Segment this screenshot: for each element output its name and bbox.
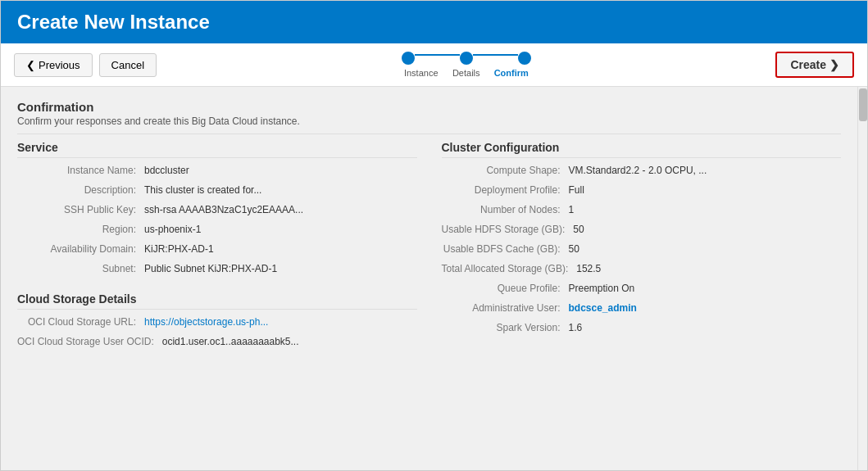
field-availability-domain: Availability Domain: KiJR:PHX-AD-1 (17, 242, 417, 256)
wizard-steps: Instance Details Confirm (398, 52, 534, 78)
confirmation-section: Confirmation Confirm your responses and … (17, 100, 841, 127)
field-ssh-key: SSH Public Key: ssh-rsa AAAAB3NzaC1yc2EA… (17, 202, 417, 217)
confirmation-title: Confirmation (17, 100, 841, 114)
step-dot-confirm (518, 52, 531, 65)
steps-labels: Instance Details Confirm (398, 68, 534, 78)
page-title: Create New Instance (17, 11, 210, 33)
field-instance-name: Instance Name: bdccluster (17, 163, 417, 178)
divider-1 (17, 134, 841, 134)
step-instance (402, 52, 415, 65)
field-hdfs-storage: Usable HDFS Storage (GB): 50 (442, 222, 842, 237)
field-deployment-profile: Deployment Profile: Full (442, 183, 842, 197)
step-label-confirm: Confirm (489, 68, 534, 78)
two-col-layout: Service Instance Name: bdccluster Descri… (17, 141, 841, 354)
step-dot-instance (402, 52, 415, 65)
field-spark-version: Spark Version: 1.6 (442, 320, 842, 335)
cluster-config-title: Cluster Configuration (442, 141, 842, 158)
toolbar-left: ❮ Previous Cancel (14, 53, 157, 77)
previous-button[interactable]: ❮ Previous (14, 53, 93, 77)
create-button[interactable]: Create ❯ (775, 52, 854, 78)
steps-row (402, 52, 531, 65)
page-header: Create New Instance (1, 1, 867, 43)
content-inner: Confirmation Confirm your responses and … (1, 87, 857, 470)
field-oci-url: OCI Cloud Storage URL: https://objectsto… (17, 315, 417, 329)
cloud-storage-section: Cloud Storage Details OCI Cloud Storage … (17, 292, 417, 349)
step-label-details: Details (443, 68, 489, 78)
cancel-button[interactable]: Cancel (99, 53, 157, 77)
step-label-instance: Instance (398, 68, 443, 78)
toolbar-right: Create ❯ (775, 52, 854, 78)
scrollbar-thumb[interactable] (859, 88, 867, 121)
content-area: Confirmation Confirm your responses and … (1, 87, 867, 470)
cloud-storage-title: Cloud Storage Details (17, 292, 417, 310)
step-dot-details (460, 52, 473, 65)
chevron-left-icon: ❮ (26, 59, 35, 71)
confirmation-subtitle: Confirm your responses and create this B… (17, 115, 841, 127)
toolbar: ❮ Previous Cancel (1, 43, 867, 87)
field-region: Region: us-phoenix-1 (17, 222, 417, 237)
step-line-1 (415, 54, 460, 56)
field-compute-shape: Compute Shape: VM.Standard2.2 - 2.0 OCPU… (442, 163, 842, 178)
field-total-storage: Total Allocated Storage (GB): 152.5 (442, 261, 842, 276)
left-column: Service Instance Name: bdccluster Descri… (17, 141, 417, 354)
scrollbar-track[interactable] (857, 87, 867, 470)
field-bdfs-cache: Usable BDFS Cache (GB): 50 (442, 242, 842, 256)
field-num-nodes: Number of Nodes: 1 (442, 202, 842, 217)
step-line-2 (473, 54, 518, 56)
service-section-title: Service (17, 141, 417, 158)
field-subnet: Subnet: Public Subnet KiJR:PHX-AD-1 (17, 261, 417, 276)
field-admin-user: Administrative User: bdcsce_admin (442, 301, 842, 315)
step-details (460, 52, 473, 65)
right-column: Cluster Configuration Compute Shape: VM.… (442, 141, 842, 354)
step-confirm (518, 52, 531, 65)
field-queue-profile: Queue Profile: Preemption On (442, 281, 842, 296)
field-oci-ocid: OCI Cloud Storage User OCID: ocid1.user.… (17, 334, 417, 349)
field-description: Description: This cluster is created for… (17, 183, 417, 197)
chevron-right-icon: ❯ (829, 58, 839, 71)
